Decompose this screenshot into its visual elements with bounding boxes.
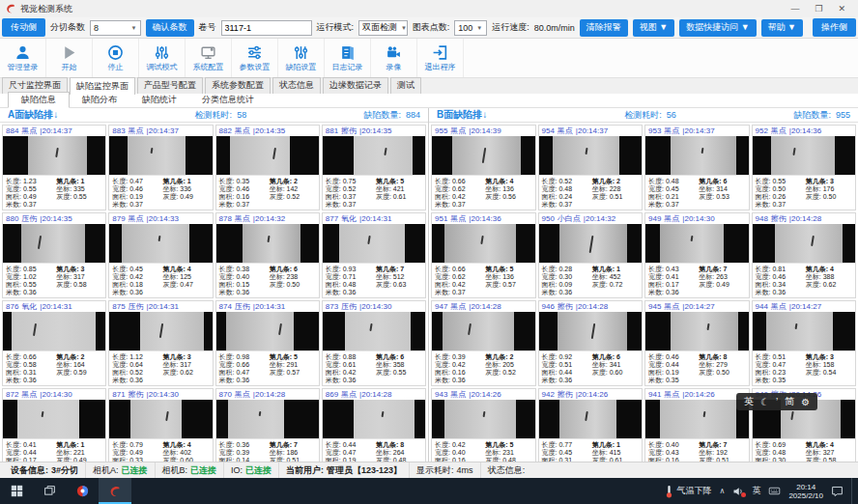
defect-image[interactable] [109, 312, 212, 350]
defect-image[interactable] [323, 312, 425, 350]
defect-image[interactable] [216, 136, 319, 175]
defect-cell[interactable]: 946擦伤|20:14:28长度: 0.92宽度: 0.51面积: 0.44米数… [538, 300, 644, 386]
run-mode-select[interactable]: 双面检测▼ [358, 20, 408, 36]
defect-image[interactable] [432, 400, 535, 438]
defect-image[interactable] [645, 312, 749, 350]
ime-punct-toggle[interactable]: ’ [776, 397, 778, 407]
defect-image[interactable] [539, 224, 643, 263]
show-desktop-button[interactable] [851, 478, 855, 504]
subtab-3[interactable]: 缺陷统计 [129, 93, 189, 107]
defect-image[interactable] [216, 400, 319, 438]
defect-image[interactable] [753, 224, 856, 263]
ime-moon-icon[interactable]: ☾ [760, 397, 769, 407]
input-language-indicator[interactable]: 英 [752, 485, 760, 497]
minimize-button[interactable]: — [790, 4, 799, 14]
operator-side-button[interactable]: 操作侧 [813, 18, 856, 37]
defect-image[interactable] [3, 136, 105, 175]
defect-image[interactable] [109, 224, 212, 263]
defect-image[interactable] [432, 312, 535, 350]
defect-image[interactable] [753, 136, 856, 175]
tab-5[interactable]: 状态信息 [272, 77, 321, 94]
defect-cell[interactable]: 873压伤|20:14:30长度: 0.88宽度: 0.61面积: 0.42米数… [322, 300, 426, 386]
ime-settings-gear-icon[interactable]: ⚙ [801, 397, 810, 407]
defect-image[interactable] [3, 224, 105, 263]
confirm-strip-count-button[interactable]: 确认条数 [146, 19, 194, 37]
action-center-icon[interactable] [831, 485, 844, 497]
defect-image[interactable] [109, 136, 212, 175]
roll-number-input[interactable] [221, 20, 312, 36]
tray-expand-icon[interactable]: ∧ [720, 487, 726, 495]
defect-image[interactable] [539, 136, 643, 175]
defect-cell[interactable]: 949黑点|20:14:30长度: 0.43宽度: 0.41面积: 0.17米数… [644, 212, 750, 298]
help-menu-button[interactable]: 帮助 ▼ [761, 19, 803, 37]
subtab-1[interactable]: 缺陷信息 [8, 92, 70, 108]
defect-image[interactable] [432, 136, 535, 175]
defect-cell[interactable]: 883黑点|20:14:37长度: 0.47宽度: 0.46面积: 0.19米数… [108, 125, 213, 210]
defect-cell[interactable]: 879黑点|20:14:33长度: 0.45宽度: 0.42面积: 0.18米数… [108, 212, 213, 298]
defect-image[interactable] [645, 400, 749, 438]
play-button[interactable]: 开始 [46, 39, 93, 77]
defect-cell[interactable]: 880压伤|20:14:35长度: 0.85宽度: 1.02面积: 0.55米数… [2, 212, 106, 298]
tab-6[interactable]: 边缘数据记录 [323, 77, 388, 94]
monitor-button[interactable]: 系统配置 [186, 39, 232, 77]
defect-image[interactable] [109, 400, 212, 438]
close-button[interactable]: ✕ [838, 4, 845, 14]
defect-image[interactable] [432, 224, 535, 263]
defect-image[interactable] [3, 400, 105, 438]
defect-cell[interactable]: 944黑点|20:14:27长度: 0.51宽度: 0.47面积: 0.23米数… [752, 300, 857, 386]
defect-cell[interactable]: 881擦伤|20:14:35长度: 0.75宽度: 0.52面积: 0.37米数… [322, 125, 426, 210]
defect-image[interactable] [3, 312, 105, 350]
defect-image[interactable] [216, 312, 319, 350]
defect-cell[interactable]: 878黑点|20:14:32长度: 0.38宽度: 0.40面积: 0.15米数… [215, 212, 320, 298]
clear-alarm-button[interactable]: 清除报警 [580, 19, 628, 37]
ime-simplified-toggle[interactable]: 简 [785, 395, 794, 408]
exit-door-button[interactable]: 退出程序 [417, 39, 464, 77]
stop-button[interactable]: 停止 [93, 39, 139, 77]
task-view-button[interactable] [33, 478, 66, 504]
defect-image[interactable] [323, 136, 425, 175]
defect-image[interactable] [539, 312, 643, 350]
tab-7[interactable]: 测试 [390, 77, 421, 94]
drive-side-button[interactable]: 传动侧 [2, 18, 45, 37]
data-quick-access-button[interactable]: 数据快捷访问 ▼ [679, 19, 756, 37]
defect-image[interactable] [216, 224, 319, 263]
maximize-button[interactable]: ❐ [815, 4, 822, 14]
weather-widget[interactable]: 气温下降 [664, 485, 712, 498]
defect-image[interactable] [539, 400, 643, 438]
defect-cell[interactable]: 947黑点|20:14:28长度: 0.39宽度: 0.42面积: 0.16米数… [431, 300, 536, 386]
defect-cell[interactable]: 955黑点|20:14:39长度: 0.66宽度: 0.62面积: 0.42米数… [431, 125, 536, 210]
sliders-vertical-button[interactable]: 调试模式 [139, 39, 186, 77]
defect-cell[interactable]: 952黑点|20:14:36长度: 0.55宽度: 0.50面积: 0.26米数… [752, 125, 857, 210]
tab-3[interactable]: 产品型号配置 [137, 77, 203, 94]
strip-count-select[interactable]: 8▼ [90, 20, 141, 36]
defect-cell[interactable]: 945黑点|20:14:27长度: 0.46宽度: 0.44面积: 0.19米数… [644, 300, 750, 386]
sliders-tune-button[interactable]: 缺陷设置 [278, 39, 325, 77]
defect-cell[interactable]: 875压伤|20:14:31长度: 1.12宽度: 0.64面积: 0.52米数… [108, 300, 213, 386]
chart-points-select[interactable]: 100▼ [454, 20, 487, 36]
tab-4[interactable]: 系统参数配置 [205, 77, 271, 94]
defect-cell[interactable]: 882黑点|20:14:35长度: 0.35宽度: 0.46面积: 0.16米数… [215, 125, 320, 210]
taskbar-active-app-icon[interactable] [99, 478, 131, 504]
video-camera-button[interactable]: 录像 [371, 39, 417, 77]
defect-cell[interactable]: 948擦伤|20:14:28长度: 0.81宽度: 0.46面积: 0.34米数… [752, 212, 857, 298]
defect-cell[interactable]: 954黑点|20:14:37长度: 0.52宽度: 0.48面积: 0.24米数… [538, 125, 644, 210]
taskbar-clock[interactable]: 20:14 2025/2/10 [788, 483, 823, 500]
defect-cell[interactable]: 876氧化|20:14:31长度: 0.66宽度: 0.58面积: 0.31米数… [2, 300, 106, 386]
subtab-4[interactable]: 分类信息统计 [189, 93, 267, 107]
defect-cell[interactable]: 874压伤|20:14:31长度: 0.98宽度: 0.66面积: 0.47米数… [215, 300, 320, 386]
defect-image[interactable] [323, 224, 425, 263]
defect-cell[interactable]: 951黑点|20:14:36长度: 0.66宽度: 0.62面积: 0.42米数… [431, 212, 536, 298]
defect-image[interactable] [645, 136, 749, 175]
defect-cell[interactable]: 950小白点|20:14:32长度: 0.28宽度: 0.30面积: 0.09米… [538, 212, 644, 298]
defect-cell[interactable]: 877氧化|20:14:31长度: 0.93宽度: 0.71面积: 0.48米数… [322, 212, 426, 298]
defect-cell[interactable]: 884黑点|20:14:37长度: 1.23宽度: 0.55面积: 0.49米数… [2, 125, 106, 210]
defect-image[interactable] [323, 400, 425, 438]
ime-lang-toggle[interactable]: 英 [744, 395, 754, 408]
defect-image[interactable] [753, 312, 856, 350]
start-button[interactable] [0, 478, 33, 504]
sliders-horizontal-button[interactable]: 参数设置 [232, 39, 278, 77]
defect-cell[interactable]: 953黑点|20:14:37长度: 0.48宽度: 0.45面积: 0.21米数… [644, 125, 750, 210]
taskbar-app-icon[interactable] [66, 478, 99, 504]
touch-keyboard-icon[interactable] [768, 485, 781, 497]
volume-icon[interactable] [732, 486, 744, 497]
